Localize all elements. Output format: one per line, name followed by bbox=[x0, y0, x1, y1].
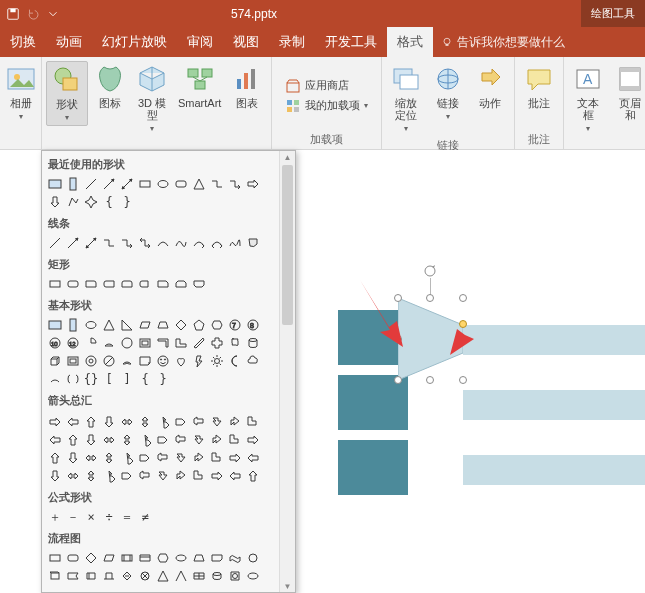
shape-rect-7[interactable] bbox=[154, 275, 172, 293]
shape-curve-3[interactable] bbox=[190, 234, 208, 252]
shape-arrow-40[interactable] bbox=[118, 467, 136, 485]
zoom-button[interactable]: 缩放定位▾ bbox=[386, 61, 426, 136]
shape-arrow-4[interactable] bbox=[118, 413, 136, 431]
tab-recording[interactable]: 录制 bbox=[269, 27, 315, 57]
shape-curve-4[interactable] bbox=[208, 234, 226, 252]
shape-trap[interactable] bbox=[154, 316, 172, 334]
shape-flow-0[interactable] bbox=[46, 549, 64, 567]
shape-connector-elbow-arrow[interactable] bbox=[226, 175, 244, 193]
shape-flow-18[interactable] bbox=[154, 567, 172, 585]
shape-freeform-closed[interactable] bbox=[244, 234, 262, 252]
shape-arrow-12[interactable] bbox=[46, 431, 64, 449]
shape-tri2[interactable] bbox=[100, 316, 118, 334]
chart-track-3[interactable] bbox=[463, 455, 645, 485]
tell-me[interactable]: 告诉我你想要做什么 bbox=[433, 27, 573, 57]
shape-foldedcorner[interactable] bbox=[136, 352, 154, 370]
shape-arc[interactable] bbox=[46, 370, 64, 388]
shape-arrow-46[interactable] bbox=[226, 467, 244, 485]
handle-tm[interactable] bbox=[426, 294, 434, 302]
shape-arrow-37[interactable] bbox=[64, 467, 82, 485]
my-addins-button[interactable]: 我的加载项 ▾ bbox=[281, 97, 372, 115]
shape-arrow-9[interactable] bbox=[208, 413, 226, 431]
shape-arrow-5[interactable] bbox=[136, 413, 154, 431]
shape-oval[interactable] bbox=[154, 175, 172, 193]
shape-eq-plus[interactable]: ＋ bbox=[46, 508, 64, 526]
shape-arrow-18[interactable] bbox=[154, 431, 172, 449]
shape-arrow-44[interactable] bbox=[190, 467, 208, 485]
shape-textbox2v[interactable] bbox=[64, 316, 82, 334]
tab-format[interactable]: 格式 bbox=[387, 27, 433, 57]
shape-dbracket[interactable] bbox=[64, 370, 82, 388]
shape-arrow-10[interactable] bbox=[226, 413, 244, 431]
shape-line-arrow[interactable] bbox=[100, 175, 118, 193]
handle-mr[interactable] bbox=[459, 335, 467, 343]
shape-can[interactable] bbox=[244, 334, 262, 352]
shape-eq-minus[interactable]: － bbox=[64, 508, 82, 526]
shape-flow-19[interactable] bbox=[172, 567, 190, 585]
action-button[interactable]: 动作 bbox=[470, 61, 510, 111]
shape-hept[interactable]: 7 bbox=[226, 316, 244, 334]
shape-hex[interactable] bbox=[208, 316, 226, 334]
shape-arrow-28[interactable] bbox=[118, 449, 136, 467]
shape-plus[interactable] bbox=[208, 334, 226, 352]
shape-freeform[interactable] bbox=[64, 193, 82, 211]
shape-line[interactable] bbox=[82, 175, 100, 193]
chart-track-1[interactable] bbox=[463, 325, 645, 355]
shape-flow-5[interactable] bbox=[136, 549, 154, 567]
shape-para[interactable] bbox=[136, 316, 154, 334]
shape-flow-20[interactable] bbox=[190, 567, 208, 585]
shape-rect-8[interactable] bbox=[172, 275, 190, 293]
shape-pie[interactable] bbox=[82, 334, 100, 352]
shape-flow-7[interactable] bbox=[172, 549, 190, 567]
tab-review[interactable]: 审阅 bbox=[177, 27, 223, 57]
3d-models-button[interactable]: 3D 模型▾ bbox=[132, 61, 172, 136]
shape-halfframe[interactable] bbox=[154, 334, 172, 352]
tab-developer[interactable]: 开发工具 bbox=[315, 27, 387, 57]
shape-arrow-17[interactable] bbox=[136, 431, 154, 449]
selected-shape[interactable] bbox=[398, 298, 463, 380]
shape-flow-2[interactable] bbox=[82, 549, 100, 567]
shape-flow-1[interactable] bbox=[64, 549, 82, 567]
shape-brace-l[interactable]: { bbox=[100, 193, 118, 211]
shape-moon[interactable] bbox=[226, 352, 244, 370]
shape-light[interactable] bbox=[190, 352, 208, 370]
shape-arrow-23[interactable] bbox=[244, 431, 262, 449]
shape-line-1[interactable] bbox=[46, 234, 64, 252]
shape-arrow-39[interactable] bbox=[100, 467, 118, 485]
chart-bar-3[interactable] bbox=[338, 440, 408, 495]
shape-flow-13[interactable] bbox=[64, 567, 82, 585]
shape-arrow-42[interactable] bbox=[154, 467, 172, 485]
shape-cube[interactable] bbox=[46, 352, 64, 370]
shape-rtri[interactable] bbox=[118, 316, 136, 334]
shape-arrow-11[interactable] bbox=[244, 413, 262, 431]
shape-dec[interactable]: 10 bbox=[46, 334, 64, 352]
shape-arrow-1[interactable] bbox=[64, 413, 82, 431]
shape-flow-6[interactable] bbox=[154, 549, 172, 567]
link-button[interactable]: 链接▾ bbox=[428, 61, 468, 124]
shape-arrow-24[interactable] bbox=[46, 449, 64, 467]
scroll-thumb[interactable] bbox=[282, 165, 293, 325]
shape-lbrace[interactable]: { bbox=[136, 370, 154, 388]
shape-rect-9[interactable] bbox=[190, 275, 208, 293]
shape-rect-3[interactable] bbox=[82, 275, 100, 293]
shape-rect-6[interactable] bbox=[136, 275, 154, 293]
shape-arrow-30[interactable] bbox=[154, 449, 172, 467]
shape-arrow-41[interactable] bbox=[136, 467, 154, 485]
shape-arrow-2[interactable] bbox=[82, 413, 100, 431]
tab-slideshow[interactable]: 幻灯片放映 bbox=[92, 27, 177, 57]
handle-bl[interactable] bbox=[394, 376, 402, 384]
shape-flow-12[interactable] bbox=[46, 567, 64, 585]
handle-tl[interactable] bbox=[394, 294, 402, 302]
shape-flow-17[interactable] bbox=[136, 567, 154, 585]
shape-curve-2[interactable] bbox=[172, 234, 190, 252]
shape-donut[interactable] bbox=[82, 352, 100, 370]
shape-arrow-29[interactable] bbox=[136, 449, 154, 467]
shape-arrow-43[interactable] bbox=[172, 467, 190, 485]
shape-arrow-16[interactable] bbox=[118, 431, 136, 449]
shape-eq-eq[interactable]: ＝ bbox=[118, 508, 136, 526]
shape-arrow-13[interactable] bbox=[64, 431, 82, 449]
store-button[interactable]: 应用商店 bbox=[281, 77, 372, 95]
shape-arrow-26[interactable] bbox=[82, 449, 100, 467]
shape-conn-1[interactable] bbox=[100, 234, 118, 252]
shape-rect-1[interactable] bbox=[46, 275, 64, 293]
